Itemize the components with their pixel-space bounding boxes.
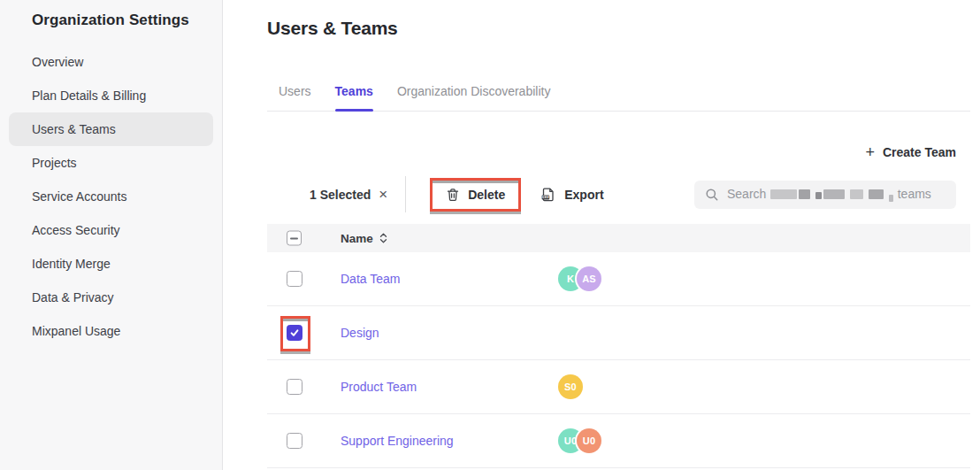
tab-teams[interactable]: Teams xyxy=(335,84,373,111)
page-title: Users & Teams xyxy=(267,18,398,39)
sort-chevrons-icon xyxy=(379,233,387,244)
main-content: Users & Teams Users Teams Organization D… xyxy=(223,0,980,470)
team-name-link[interactable]: Support Engineering xyxy=(341,434,454,448)
checkmark-icon xyxy=(289,327,300,338)
selection-toolbar: 1 Selected × Delete xyxy=(267,176,956,212)
sidebar-item-data-privacy[interactable]: Data & Privacy xyxy=(0,281,222,314)
avatar-group: U0 U0 xyxy=(558,428,601,453)
avatar: S0 xyxy=(558,374,583,399)
table-row-support-engineering: Support Engineering U0 U0 xyxy=(267,414,970,468)
teams-table: Name Data Team K AS xyxy=(267,224,970,468)
avatar-group: K AS xyxy=(558,266,601,291)
tab-organization-discoverability[interactable]: Organization Discoverability xyxy=(397,84,551,111)
row-checkbox-checked[interactable] xyxy=(287,325,302,341)
table-row-design: Design xyxy=(267,306,970,360)
sidebar-item-plan-details-billing[interactable]: Plan Details & Billing xyxy=(0,79,222,112)
sidebar-nav: Overview Plan Details & Billing Users & … xyxy=(0,45,222,348)
table-row-product-team: Product Team S0 xyxy=(267,360,970,414)
avatar-group: S0 xyxy=(558,374,583,399)
svg-text:csv: csv xyxy=(542,195,549,199)
clear-selection-icon[interactable]: × xyxy=(379,189,387,201)
plus-icon: + xyxy=(865,146,875,158)
selection-count-label: 1 Selected xyxy=(310,188,371,202)
search-icon xyxy=(705,188,719,202)
sidebar-title: Organization Settings xyxy=(0,0,222,29)
sidebar-item-mixpanel-usage[interactable]: Mixpanel Usage xyxy=(0,314,222,348)
select-all-checkbox[interactable] xyxy=(287,231,302,246)
sidebar-item-projects[interactable]: Projects xyxy=(0,146,222,180)
avatar: AS xyxy=(577,266,601,291)
search-placeholder: Search teams xyxy=(727,187,931,202)
export-label: Export xyxy=(564,188,603,202)
team-name-link[interactable]: Design xyxy=(341,326,379,340)
row-checkbox[interactable] xyxy=(287,433,302,449)
row-checkbox[interactable] xyxy=(287,271,302,287)
indeterminate-dash-icon xyxy=(290,237,298,239)
team-name-link[interactable]: Product Team xyxy=(341,380,417,394)
team-name-link[interactable]: Data Team xyxy=(341,272,400,286)
create-team-button[interactable]: + Create Team xyxy=(865,145,956,159)
sidebar-item-users-teams[interactable]: Users & Teams xyxy=(9,112,213,146)
tab-users[interactable]: Users xyxy=(279,84,311,111)
trash-icon xyxy=(446,188,460,202)
csv-file-icon: csv xyxy=(540,187,556,203)
sidebar-item-identity-merge[interactable]: Identity Merge xyxy=(0,247,222,281)
sidebar-item-access-security[interactable]: Access Security xyxy=(0,213,222,247)
toolbar-divider xyxy=(405,176,406,212)
create-team-label: Create Team xyxy=(883,145,956,159)
table-row-data-team: Data Team K AS xyxy=(267,252,970,306)
row-checkbox[interactable] xyxy=(287,379,302,395)
sidebar-item-overview[interactable]: Overview xyxy=(0,45,222,79)
column-header-name[interactable]: Name xyxy=(341,232,387,245)
delete-button[interactable]: Delete xyxy=(431,179,520,211)
delete-label: Delete xyxy=(468,188,505,202)
sidebar: Organization Settings Overview Plan Deta… xyxy=(0,0,223,470)
search-input[interactable]: Search teams xyxy=(694,181,956,209)
redacted-text xyxy=(769,187,894,201)
tab-bar: Users Teams Organization Discoverability xyxy=(267,84,970,112)
export-button[interactable]: csv Export xyxy=(525,178,618,212)
sidebar-item-service-accounts[interactable]: Service Accounts xyxy=(0,180,222,213)
selection-count: 1 Selected × xyxy=(310,188,387,202)
avatar: U0 xyxy=(577,428,601,453)
table-header-row: Name xyxy=(267,224,970,252)
